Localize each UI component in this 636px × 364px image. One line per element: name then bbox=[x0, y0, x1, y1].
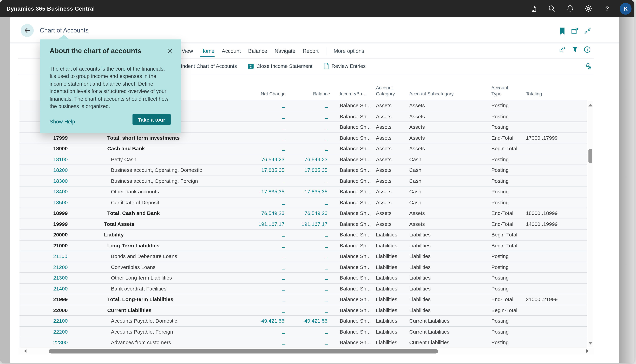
table-row[interactable]: 22000Current Liabilities––Balance Sh...L… bbox=[20, 305, 587, 316]
cell-account-category: Assets bbox=[376, 100, 392, 111]
vertical-scrollbar-thumb[interactable] bbox=[588, 149, 592, 164]
table-row[interactable]: 18100Petty Cash76,549.2376,549.23Balance… bbox=[20, 154, 587, 165]
scroll-left-icon[interactable] bbox=[24, 350, 26, 353]
menu-item-report[interactable]: Report bbox=[303, 48, 318, 54]
back-button[interactable] bbox=[21, 24, 34, 37]
info-icon[interactable] bbox=[584, 46, 590, 53]
balance-value: – bbox=[325, 287, 328, 293]
table-row[interactable]: 22200Accounts Payable, Foreign––Balance … bbox=[20, 326, 587, 337]
menu-item-balance[interactable]: Balance bbox=[248, 48, 267, 54]
action-bar: Indent Chart of Accounts365Close Income … bbox=[172, 58, 366, 74]
table-row[interactable]: 18000Cash and Bank––Balance Sh...AssetsA… bbox=[20, 144, 587, 154]
table-row[interactable]: 21999Total, Long-term Liabilities––Balan… bbox=[20, 294, 587, 305]
cell-account-name: Advances from customers bbox=[111, 337, 171, 348]
menu-item-more-options[interactable]: More options bbox=[334, 48, 364, 54]
bookmark-icon[interactable] bbox=[559, 27, 566, 34]
notifications-bell-icon[interactable] bbox=[566, 4, 574, 13]
open-in-new-window-icon[interactable] bbox=[571, 27, 578, 34]
cell-account-no[interactable]: 18500 bbox=[53, 197, 68, 208]
cell-account-no[interactable]: 21400 bbox=[53, 283, 68, 294]
table-row[interactable]: 21100Bonds and Debenture Loans––Balance … bbox=[20, 251, 587, 262]
table-row[interactable]: 22100Accounts Payable, Domestic-49,421.5… bbox=[20, 316, 587, 326]
cell-account-no[interactable]: 18100 bbox=[53, 154, 68, 165]
cell-account-no[interactable]: 22100 bbox=[53, 316, 68, 326]
cell-income-balance: Balance Sh... bbox=[340, 272, 371, 283]
vertical-scrollbar[interactable] bbox=[588, 101, 593, 348]
settings-gear-icon[interactable] bbox=[584, 4, 592, 13]
scroll-up-icon[interactable] bbox=[588, 104, 592, 106]
scroll-down-icon[interactable] bbox=[588, 342, 592, 344]
cell-account-no[interactable]: 22300 bbox=[53, 337, 68, 348]
cell-account-no[interactable]: 22200 bbox=[53, 326, 68, 337]
table-row[interactable]: 17999Total, short term investments––Bala… bbox=[20, 133, 587, 144]
column-header-totaling[interactable]: Totaling bbox=[526, 91, 542, 97]
table-row[interactable]: 18999Total, Cash and Bank76,549.2376,549… bbox=[20, 208, 587, 219]
horizontal-scrollbar[interactable] bbox=[18, 348, 594, 354]
table-row[interactable]: 20000Liability––Balance Sh...Liabilities… bbox=[20, 230, 587, 240]
column-header-net-change[interactable]: Net Change bbox=[237, 91, 286, 97]
cell-income-balance: Balance Sh... bbox=[340, 154, 371, 165]
page-title[interactable]: Chart of Accounts bbox=[40, 27, 88, 34]
top-bar: Dynamics 365 Business Central bbox=[0, 0, 634, 17]
show-help-link[interactable]: Show Help bbox=[50, 119, 75, 125]
avatar[interactable]: K bbox=[620, 3, 632, 15]
table-row[interactable]: 19999Total Assets191,167.17191,167.17Bal… bbox=[20, 219, 587, 230]
cell-account-subcategory: Liabilities bbox=[409, 240, 430, 251]
cell-account-no[interactable]: 21300 bbox=[53, 272, 68, 283]
cell-account-name: Total, Cash and Bank bbox=[107, 208, 160, 218]
close-icon[interactable] bbox=[166, 48, 173, 54]
column-header-account-type[interactable]: Account Type bbox=[491, 85, 508, 97]
cell-account-no[interactable]: 21100 bbox=[53, 251, 67, 262]
cell-balance: – bbox=[263, 326, 328, 337]
filter-icon[interactable] bbox=[572, 46, 578, 53]
column-header-income-balance[interactable]: Income/Ba... bbox=[340, 91, 366, 97]
cell-income-balance: Balance Sh... bbox=[340, 165, 371, 176]
cell-account-no[interactable]: 18400 bbox=[53, 186, 68, 197]
table-row[interactable]: 18200Business account, Operating, Domest… bbox=[20, 165, 587, 176]
menu-item-home[interactable]: Home bbox=[200, 48, 214, 54]
cell-account-no[interactable]: 21200 bbox=[53, 262, 68, 272]
cell-account-no[interactable]: 18300 bbox=[53, 176, 68, 186]
table-row[interactable]: 22300Advances from customers––Balance Sh… bbox=[20, 337, 587, 348]
cell-account-name: Petty Cash bbox=[111, 154, 136, 165]
svg-text:365: 365 bbox=[249, 64, 252, 66]
table-row[interactable]: 18400Other bank accounts-17,835.35-17,83… bbox=[20, 186, 587, 197]
scroll-right-icon[interactable] bbox=[586, 350, 589, 353]
table-row[interactable]: 21000Long-Term Liabilities––Balance Sh..… bbox=[20, 240, 587, 251]
table-row[interactable]: 18500Certificate of Deposit––Balance Sh.… bbox=[20, 197, 587, 208]
collapse-icon[interactable] bbox=[584, 27, 591, 34]
column-header-account-subcategory[interactable]: Account Subcategory bbox=[409, 91, 454, 97]
cell-balance: – bbox=[263, 133, 328, 143]
menu-item-view[interactable]: View bbox=[182, 48, 193, 54]
search-icon[interactable] bbox=[548, 4, 556, 13]
cell-account-no[interactable]: 18200 bbox=[53, 165, 68, 176]
table-row[interactable]: 18300Business account, Operating, Foreig… bbox=[20, 176, 587, 186]
balance-value: – bbox=[325, 180, 328, 186]
cell-account-type: Begin-Total bbox=[491, 305, 517, 315]
unpin-icon[interactable] bbox=[584, 62, 591, 70]
cell-account-type: End-Total bbox=[491, 133, 513, 143]
company-icon[interactable] bbox=[530, 4, 538, 13]
menu-item-navigate[interactable]: Navigate bbox=[274, 48, 295, 54]
cell-account-name: Bank overdraft Facilities bbox=[111, 283, 166, 294]
table-row[interactable]: 21400Bank overdraft Facilities––Balance … bbox=[20, 283, 587, 294]
share-icon[interactable] bbox=[559, 46, 566, 53]
menu-item-account[interactable]: Account bbox=[222, 48, 241, 54]
table-row[interactable]: 21200Convertibles Loans––Balance Sh...Li… bbox=[20, 262, 587, 273]
balance-value: – bbox=[325, 266, 328, 272]
cell-account-category: Liabilities bbox=[376, 326, 397, 337]
cell-account-category: Liabilities bbox=[376, 316, 397, 326]
table-row[interactable]: 21300Other Long-term Liabilities––Balanc… bbox=[20, 272, 587, 283]
take-a-tour-button[interactable]: Take a tour bbox=[132, 114, 171, 125]
column-header-balance[interactable]: Balance bbox=[281, 91, 330, 97]
horizontal-scrollbar-thumb[interactable] bbox=[49, 349, 438, 354]
action-indent-chart-of-accounts[interactable]: Indent Chart of Accounts bbox=[172, 63, 237, 69]
cell-account-type: Posting bbox=[491, 122, 508, 132]
cell-account-type: Begin-Total bbox=[491, 144, 517, 154]
cell-balance: 17,835.35 bbox=[263, 165, 328, 176]
column-header-account-category[interactable]: Account Category bbox=[376, 85, 395, 97]
help-icon[interactable]: ? bbox=[603, 4, 611, 13]
action-review-entries[interactable]: Review Entries bbox=[323, 62, 366, 70]
column-header-line: Category bbox=[376, 91, 395, 97]
action-close-income-statement[interactable]: 365Close Income Statement bbox=[248, 63, 312, 69]
